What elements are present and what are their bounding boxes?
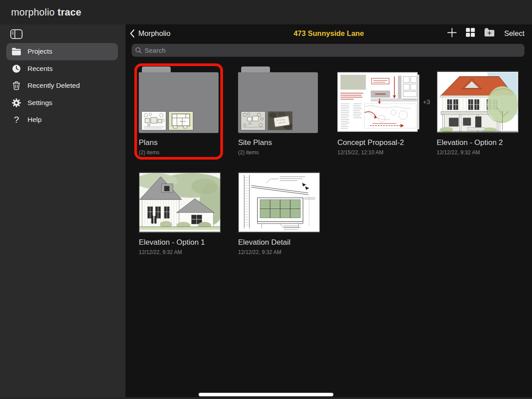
search-icon: [135, 47, 142, 54]
folder-icon: [11, 47, 22, 55]
card-subtitle: 12/15/22, 12:10 AM: [337, 149, 419, 156]
folder-body: [139, 72, 219, 133]
sketch-thumbnail-elevation-option-1: [139, 172, 221, 233]
mini-thumbnail-site-map: [241, 112, 265, 130]
sidebar-item-label: Projects: [27, 47, 52, 55]
card-subtitle: (2) items: [139, 149, 221, 156]
header-actions: Select: [447, 24, 524, 42]
card-title: Concept Proposal-2: [337, 138, 419, 147]
bottom-edge: [0, 397, 532, 399]
mini-thumbnail-plan-sketch: [142, 112, 166, 130]
card-subtitle: (2) items: [238, 149, 320, 156]
sidebar-item-label: Recently Deleted: [27, 82, 80, 90]
chevron-left-icon: [130, 29, 135, 38]
back-label: Morpholio: [138, 29, 170, 38]
card-title: Site Plans: [238, 138, 320, 147]
sketch-thumbnail-concept-proposal: [337, 71, 419, 133]
folder-thumbnail: [139, 66, 219, 133]
project-grid: Plans (2) items: [139, 66, 519, 255]
folder-tab: [142, 66, 171, 72]
sidebar-item-help[interactable]: ? Help: [6, 111, 118, 129]
card-elevation-option-2[interactable]: Elevation - Option 2 12/12/22, 9:32 AM: [437, 66, 519, 155]
back-button[interactable]: Morpholio: [130, 24, 170, 42]
select-button[interactable]: Select: [504, 29, 524, 38]
card-subtitle: 12/12/22, 9:32 AM: [437, 149, 519, 156]
sidebar-item-label: Settings: [27, 99, 52, 107]
sidebar-item-settings[interactable]: Settings: [6, 94, 118, 112]
home-indicator[interactable]: [199, 393, 333, 396]
plus-icon: [447, 28, 457, 37]
logo-secondary: trace: [58, 7, 82, 18]
gear-icon: [11, 98, 22, 107]
folder-thumbnail: [238, 66, 318, 133]
top-bar: morpholio trace: [0, 0, 532, 24]
app-logo: morpholio trace: [11, 7, 81, 18]
trash-icon: [11, 81, 22, 90]
card-title: Elevation Detail: [238, 238, 320, 247]
sidebar: Projects Recents Recently Deleted: [0, 24, 125, 399]
card-plans[interactable]: Plans (2) items: [139, 66, 221, 155]
sketch-thumbnail-elevation-option-2: [437, 71, 519, 133]
card-elevation-detail[interactable]: Elevation Detail 12/12/22, 9:32 AM: [238, 166, 320, 255]
search-input[interactable]: Search: [132, 44, 524, 57]
card-subtitle: 12/12/22, 9:32 AM: [238, 249, 320, 255]
mini-thumbnail-floor-plan: [169, 112, 193, 130]
sidebar-nav: Projects Recents Recently Deleted: [6, 43, 118, 129]
logo-primary: morpholio: [11, 7, 55, 18]
card-site-plans[interactable]: Site Plans (2) items: [238, 66, 320, 155]
mini-thumbnail-aerial-photo: [268, 112, 292, 130]
card-title: Elevation - Option 2: [437, 138, 519, 147]
add-button[interactable]: [447, 28, 457, 39]
more-items-badge: +3: [423, 98, 430, 106]
sidebar-item-recently-deleted[interactable]: Recently Deleted: [6, 77, 118, 94]
sidebar-toggle-button[interactable]: [10, 28, 23, 40]
card-elevation-option-1[interactable]: Elevation - Option 1 12/12/22, 9:32 AM: [139, 166, 221, 255]
main-header: Morpholio 473 Sunnyside Lane Select: [125, 24, 532, 42]
add-folder-icon: [484, 28, 495, 37]
grid-view-icon: [466, 28, 475, 37]
search-placeholder: Search: [145, 47, 166, 54]
sidebar-item-label: Recents: [27, 65, 53, 73]
card-title: Plans: [139, 138, 221, 147]
sidebar-item-label: Help: [27, 116, 42, 124]
folder-body: [238, 72, 318, 133]
card-title: Elevation - Option 1: [139, 238, 221, 247]
clock-icon: [11, 64, 22, 73]
grid-view-button[interactable]: [466, 28, 475, 39]
sidebar-item-recents[interactable]: Recents: [6, 60, 118, 78]
main-content: Morpholio 473 Sunnyside Lane Select Sear…: [125, 24, 532, 399]
folder-tab: [241, 66, 270, 72]
question-icon: ?: [11, 114, 22, 125]
sidebar-item-projects[interactable]: Projects: [6, 43, 118, 60]
sidebar-toggle-icon: [10, 29, 23, 39]
card-concept-proposal-2[interactable]: Concept Proposal-2 12/15/22, 12:10 AM +3: [337, 66, 419, 155]
card-subtitle: 12/12/22, 9:32 AM: [139, 249, 221, 255]
sketch-thumbnail-elevation-detail: [238, 172, 320, 233]
add-folder-button[interactable]: [484, 28, 495, 39]
